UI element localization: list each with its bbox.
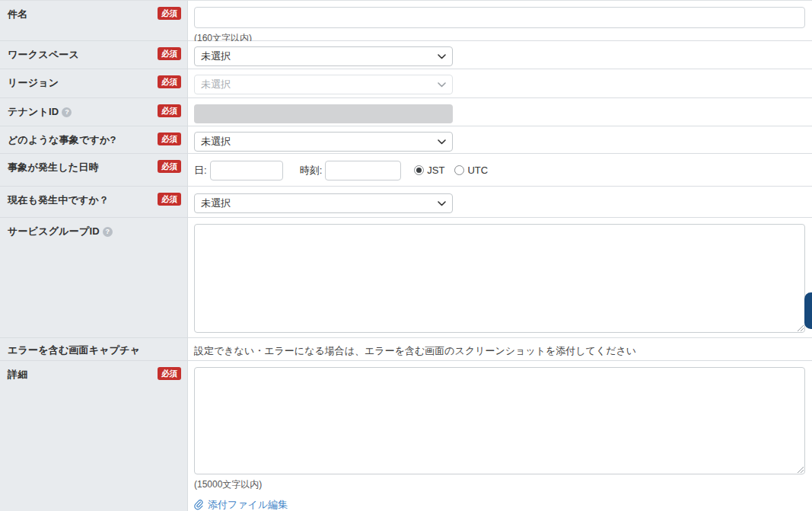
subject-label-cell: 件名 必須	[0, 1, 188, 40]
detail-textarea[interactable]	[194, 367, 805, 474]
region-select: 未選択	[194, 75, 453, 94]
workspace-select-value: 未選択	[201, 50, 438, 63]
chevron-down-icon	[438, 201, 446, 206]
event-datetime-label-cell: 事象が発生した日時 必須	[0, 154, 188, 186]
tenant-id-input-disabled	[194, 104, 453, 123]
detail-content-cell: (15000文字以内) 添付ファイル編集	[188, 361, 812, 511]
support-form-page: 件名 必須 (160文字以内) ワークスペース 必須 未選択	[0, 0, 812, 511]
row-region: リージョン 必須 未選択	[0, 69, 812, 98]
required-badge: 必須	[158, 160, 181, 173]
service-group-id-content-cell	[188, 218, 812, 337]
date-input[interactable]	[210, 161, 283, 180]
timezone-radio-group: JST UTC	[414, 164, 488, 176]
region-label-cell: リージョン 必須	[0, 69, 188, 97]
ongoing-content-cell: 未選択	[188, 187, 812, 217]
row-tenant-id: テナントID? 必須	[0, 98, 812, 126]
row-detail: 詳細 必須 (15000文字以内) 添付ファイル編集	[0, 361, 812, 511]
subject-input[interactable]	[194, 7, 805, 28]
detail-hint: (15000文字以内)	[194, 478, 806, 491]
required-badge: 必須	[158, 104, 181, 117]
event-type-label-cell: どのような事象ですか? 必須	[0, 126, 188, 153]
radio-jst[interactable]: JST	[414, 164, 444, 176]
time-input[interactable]	[325, 161, 401, 180]
date-label: 日:	[194, 164, 207, 177]
required-badge: 必須	[158, 367, 181, 380]
row-workspace: ワークスペース 必須 未選択	[0, 41, 812, 69]
required-badge: 必須	[158, 193, 181, 206]
attachment-edit-link-label: 添付ファイル編集	[208, 498, 288, 511]
event-type-content-cell: 未選択	[188, 126, 812, 153]
error-capture-description: 設定できない・エラーになる場合は、エラーを含む画面のスクリーンショットを添付して…	[194, 343, 806, 358]
required-badge: 必須	[158, 133, 181, 145]
ongoing-label-cell: 現在も発生中ですか？ 必須	[0, 187, 188, 217]
required-badge: 必須	[158, 7, 181, 20]
event-datetime-content-cell: 日: 時刻: JST UTC	[188, 154, 812, 186]
error-capture-content-cell: 設定できない・エラーになる場合は、エラーを含む画面のスクリーンショットを添付して…	[188, 338, 812, 360]
time-label: 時刻:	[300, 164, 323, 177]
error-capture-label: エラーを含む画面キャプチャ	[8, 344, 140, 356]
form-table: 件名 必須 (160文字以内) ワークスペース 必須 未選択	[0, 0, 812, 511]
side-panel-tab[interactable]	[804, 292, 812, 329]
workspace-select[interactable]: 未選択	[194, 46, 453, 66]
row-service-group-id: サービスグループID?	[0, 218, 812, 338]
detail-label-cell: 詳細 必須	[0, 361, 188, 511]
chevron-down-icon	[438, 54, 446, 59]
tenant-id-label-cell: テナントID? 必須	[0, 98, 188, 126]
radio-button-icon	[414, 165, 424, 175]
event-datetime-label: 事象が発生した日時	[8, 161, 99, 173]
workspace-label-cell: ワークスペース 必須	[0, 41, 188, 69]
region-content-cell: 未選択	[188, 69, 812, 97]
radio-jst-label: JST	[427, 164, 444, 176]
radio-button-icon	[454, 165, 464, 175]
workspace-label: ワークスペース	[8, 49, 79, 60]
region-select-value: 未選択	[201, 78, 438, 91]
help-icon[interactable]: ?	[103, 227, 113, 237]
event-type-select[interactable]: 未選択	[194, 132, 453, 152]
service-group-id-textarea[interactable]	[194, 224, 805, 333]
radio-utc[interactable]: UTC	[454, 164, 488, 176]
chevron-down-icon	[438, 139, 446, 145]
detail-label: 詳細	[8, 369, 27, 380]
attachment-edit-link[interactable]: 添付ファイル編集	[194, 498, 288, 511]
error-capture-label-cell: エラーを含む画面キャプチャ	[0, 338, 188, 360]
subject-label: 件名	[8, 8, 27, 20]
paperclip-icon	[194, 500, 204, 510]
region-label: リージョン	[8, 77, 59, 88]
service-group-id-label-cell: サービスグループID?	[0, 218, 188, 337]
row-ongoing: 現在も発生中ですか？ 必須 未選択	[0, 187, 812, 218]
tenant-id-label: テナントID	[8, 106, 59, 117]
service-group-id-label: サービスグループID	[8, 225, 100, 237]
row-event-datetime: 事象が発生した日時 必須 日: 時刻: JST	[0, 154, 812, 187]
help-icon[interactable]: ?	[62, 107, 72, 117]
ongoing-select-value: 未選択	[201, 196, 438, 210]
required-badge: 必須	[158, 75, 181, 88]
radio-utc-label: UTC	[467, 164, 488, 176]
ongoing-label: 現在も発生中ですか？	[8, 194, 109, 206]
workspace-content-cell: 未選択	[188, 41, 812, 69]
ongoing-select[interactable]: 未選択	[194, 193, 453, 213]
required-badge: 必須	[158, 47, 181, 60]
tenant-id-content-cell	[188, 98, 812, 126]
event-type-label: どのような事象ですか?	[8, 134, 116, 145]
row-error-capture: エラーを含む画面キャプチャ 設定できない・エラーになる場合は、エラーを含む画面の…	[0, 338, 812, 361]
chevron-down-icon	[438, 82, 446, 88]
event-type-select-value: 未選択	[201, 135, 438, 149]
subject-content-cell: (160文字以内)	[188, 1, 812, 40]
row-event-type: どのような事象ですか? 必須 未選択	[0, 126, 812, 154]
row-subject: 件名 必須 (160文字以内)	[0, 1, 812, 41]
